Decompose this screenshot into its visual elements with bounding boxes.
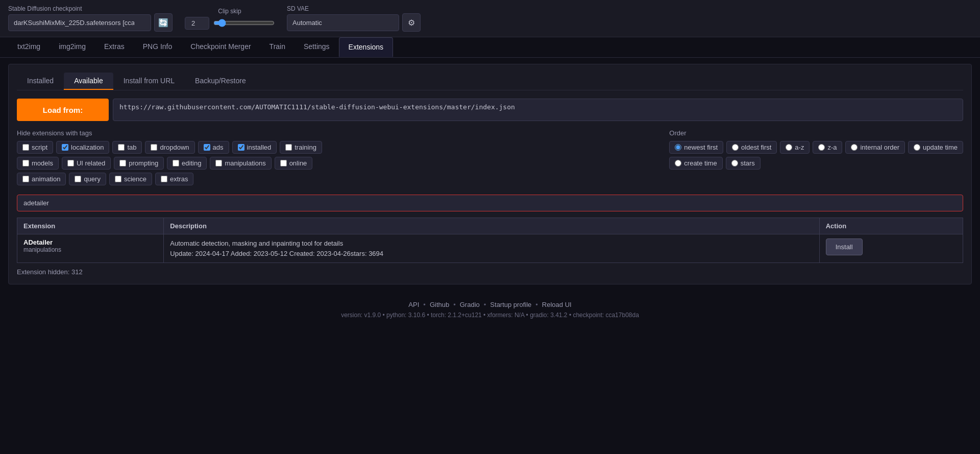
filter-script[interactable]: script <box>17 141 53 154</box>
content-area: Installed Available Install from URL Bac… <box>8 64 972 284</box>
checkpoint-select[interactable]: darKSushiMixMix_225D.safetensors [cca17b… <box>8 14 151 31</box>
subtab-install-from-url[interactable]: Install from URL <box>113 73 185 90</box>
tab-settings[interactable]: Settings <box>295 37 339 57</box>
clip-skip-input[interactable] <box>185 17 209 30</box>
filter-training[interactable]: training <box>280 141 322 154</box>
install-button[interactable]: Install <box>826 238 863 255</box>
load-from-button[interactable]: Load from: <box>17 99 109 121</box>
ext-name: ADetailer <box>23 238 157 246</box>
filter-localization-checkbox[interactable] <box>62 144 68 151</box>
subtab-installed[interactable]: Installed <box>17 73 64 90</box>
filter-models[interactable]: models <box>17 157 59 170</box>
clip-skip-controls <box>185 17 275 30</box>
ext-action-cell: Install <box>819 234 963 263</box>
tab-extensions[interactable]: Extensions <box>339 37 393 57</box>
filter-animation[interactable]: animation <box>17 173 66 185</box>
order-update-time-radio[interactable] <box>914 144 920 151</box>
checkpoint-section: Stable Diffusion checkpoint darKSushiMix… <box>8 5 173 32</box>
order-stars-radio[interactable] <box>731 160 738 166</box>
order-internal[interactable]: internal order <box>845 141 905 154</box>
subtab-backup-restore[interactable]: Backup/Restore <box>185 73 256 90</box>
filter-tab-label: tab <box>127 144 136 151</box>
filter-training-checkbox[interactable] <box>285 144 292 151</box>
filter-ui-related-checkbox[interactable] <box>67 160 74 166</box>
footer-reload-ui-link[interactable]: Reload UI <box>542 301 572 308</box>
filter-row-3: animation query science extras <box>17 173 653 185</box>
url-input[interactable]: https://raw.githubusercontent.com/AUTOMA… <box>113 99 963 121</box>
subtab-available[interactable]: Available <box>64 73 113 90</box>
clip-skip-slider[interactable] <box>213 19 275 27</box>
ext-meta: Update: 2024-04-17 Added: 2023-05-12 Cre… <box>170 249 813 259</box>
ext-desc-cell: Automatic detection, masking and inpaint… <box>164 234 819 263</box>
order-internal-radio[interactable] <box>851 144 857 151</box>
order-a-z[interactable]: a-z <box>780 141 810 154</box>
filter-models-checkbox[interactable] <box>22 160 29 166</box>
footer-gradio-link[interactable]: Gradio <box>460 301 480 308</box>
order-z-a[interactable]: z-a <box>813 141 842 154</box>
filter-science[interactable]: science <box>109 173 152 185</box>
filter-ui-related[interactable]: UI related <box>62 157 111 170</box>
tab-img2img[interactable]: img2img <box>50 37 95 57</box>
filter-manipulations[interactable]: manipulations <box>210 157 271 170</box>
sub-tabs: Installed Available Install from URL Bac… <box>17 73 963 90</box>
top-bar: Stable Diffusion checkpoint darKSushiMix… <box>0 0 980 37</box>
filter-query-label: query <box>84 175 101 183</box>
order-create-time[interactable]: create time <box>669 157 722 170</box>
order-oldest-first-radio[interactable] <box>732 144 739 151</box>
clip-skip-section: Clip skip <box>185 8 275 30</box>
main-tabs: txt2img img2img Extras PNG Info Checkpoi… <box>0 37 980 58</box>
checkpoint-refresh-btn[interactable]: 🔄 <box>154 13 173 32</box>
filter-tab[interactable]: tab <box>112 141 142 154</box>
filter-tab-checkbox[interactable] <box>118 144 125 151</box>
footer-startup-link[interactable]: Startup profile <box>490 301 531 308</box>
tab-png-info[interactable]: PNG Info <box>134 37 182 57</box>
filter-ads-label: ads <box>213 144 224 151</box>
order-oldest-first[interactable]: oldest first <box>726 141 777 154</box>
filter-extras-label: extras <box>170 175 188 183</box>
filter-animation-label: animation <box>32 175 60 183</box>
filter-extras[interactable]: extras <box>155 173 193 185</box>
hidden-count: Extension hidden: 312 <box>17 268 963 276</box>
filter-script-checkbox[interactable] <box>22 144 29 151</box>
filter-ads[interactable]: ads <box>198 141 229 154</box>
sdvae-settings-btn[interactable]: ⚙ <box>402 13 421 32</box>
sdvae-select[interactable]: Automatic <box>287 14 399 31</box>
footer-api-link[interactable]: API <box>408 301 419 308</box>
filter-prompting-checkbox[interactable] <box>119 160 126 166</box>
filter-query-checkbox[interactable] <box>75 176 81 182</box>
order-a-z-radio[interactable] <box>786 144 792 151</box>
filter-installed[interactable]: installed <box>232 141 277 154</box>
filter-editing[interactable]: editing <box>167 157 207 170</box>
tab-extras[interactable]: Extras <box>95 37 134 57</box>
filter-dropdown[interactable]: dropdown <box>145 141 194 154</box>
tab-checkpoint-merger[interactable]: Checkpoint Merger <box>181 37 260 57</box>
search-input[interactable] <box>17 195 963 211</box>
filter-science-checkbox[interactable] <box>115 176 121 182</box>
filter-ads-checkbox[interactable] <box>204 144 210 151</box>
filter-dropdown-checkbox[interactable] <box>151 144 157 151</box>
order-create-time-radio[interactable] <box>675 160 681 166</box>
footer-github-link[interactable]: Github <box>430 301 449 308</box>
filter-editing-checkbox[interactable] <box>173 160 179 166</box>
filter-animation-checkbox[interactable] <box>22 176 29 182</box>
filter-online-checkbox[interactable] <box>280 160 287 166</box>
filter-online[interactable]: online <box>275 157 313 170</box>
order-newest-first[interactable]: newest first <box>669 141 723 154</box>
filters-col: Hide extensions with tags script localiz… <box>17 129 653 188</box>
filter-extras-checkbox[interactable] <box>161 176 167 182</box>
order-newest-first-radio[interactable] <box>675 144 681 151</box>
filter-installed-checkbox[interactable] <box>238 144 244 151</box>
order-stars[interactable]: stars <box>726 157 761 170</box>
filters-label: Hide extensions with tags <box>17 129 653 137</box>
filter-query[interactable]: query <box>69 173 106 185</box>
filter-prompting-label: prompting <box>129 159 158 167</box>
extensions-table: Extension Description Action ADetailer m… <box>17 218 963 263</box>
order-update-time[interactable]: update time <box>908 141 963 154</box>
filter-manipulations-checkbox[interactable] <box>215 160 222 166</box>
tab-txt2img[interactable]: txt2img <box>8 37 50 57</box>
filter-prompting[interactable]: prompting <box>114 157 164 170</box>
order-z-a-radio[interactable] <box>818 144 825 151</box>
filter-row-1: script localization tab dropdown ads <box>17 141 653 154</box>
tab-train[interactable]: Train <box>260 37 295 57</box>
filter-localization[interactable]: localization <box>56 141 109 154</box>
